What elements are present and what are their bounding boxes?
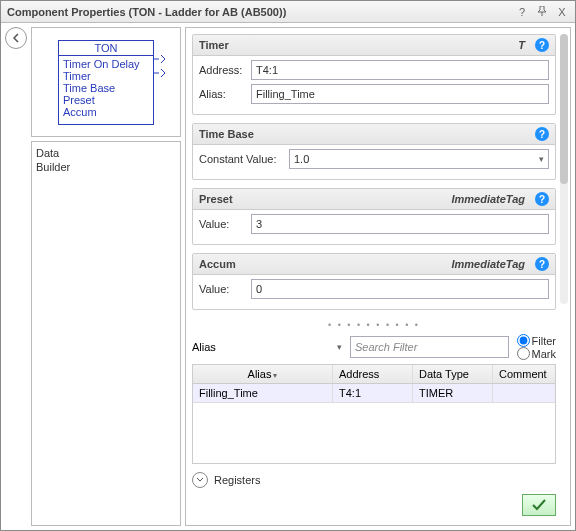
ton-line: Accum [63,106,149,118]
grid-body-empty [193,403,555,463]
window-title: Component Properties (TON - Ladder for A… [7,6,286,18]
address-input[interactable] [251,60,549,80]
radio-mark[interactable]: Mark [517,347,556,360]
registers-label: Registers [214,474,260,486]
component-properties-window: Component Properties (TON - Ladder for A… [0,0,576,531]
alias-grid: Alias▾ Address Data Type Comment Filling… [192,364,556,464]
value-label: Value: [199,283,251,295]
chevron-down-icon [196,476,204,484]
search-input[interactable]: Search Filter [350,336,509,358]
constant-value: 1.0 [294,153,309,165]
filter-bar: Alias ▾ Search Filter Filter Mark [192,334,556,360]
alias-input[interactable] [251,84,549,104]
chevron-down-icon: ▾ [337,342,342,352]
component-preview: TON Timer On Delay Timer Time Base Prese… [31,27,181,137]
preset-value-input[interactable] [251,214,549,234]
pin-button[interactable] [535,6,549,18]
chevron-down-icon: ▾ [539,154,544,164]
ton-block-title: TON [59,41,153,56]
titlebar: Component Properties (TON - Ladder for A… [1,1,575,23]
section-tag: T [518,39,525,51]
properties-panel: Timer T ? Address: Alias: [185,27,571,526]
help-button[interactable]: ? [515,6,529,18]
grid-header: Alias▾ Address Data Type Comment [193,365,555,384]
tree-item-data[interactable]: Data [36,146,176,160]
expand-icon[interactable] [192,472,208,488]
registers-row[interactable]: Registers [192,472,556,488]
filter-mode-select[interactable]: Alias ▾ [192,341,342,353]
ton-block: TON Timer On Delay Timer Time Base Prese… [58,40,154,125]
section-timebase: Time Base ? Constant Value: 1.0 ▾ [192,123,556,180]
cell-datatype: TIMER [413,384,493,402]
ton-line: Timer On Delay [63,58,149,70]
help-icon[interactable]: ? [535,192,549,206]
radio-mark-input[interactable] [517,347,530,360]
cell-comment [493,384,555,402]
pin-icon [537,6,547,16]
nav-tree[interactable]: Data Builder [31,141,181,526]
section-title: Time Base [199,128,254,140]
section-title: Preset [199,193,233,205]
cell-address: T4:1 [333,384,413,402]
ton-line: Timer [63,70,149,82]
section-title: Timer [199,39,229,51]
back-button[interactable] [5,27,27,49]
output-pin-dn [153,69,167,78]
constant-select[interactable]: 1.0 ▾ [289,149,549,169]
splitter-dots[interactable]: • • • • • • • • • • [192,320,556,330]
search-placeholder: Search Filter [355,341,417,353]
help-icon[interactable]: ? [535,257,549,271]
section-tag: ImmediateTag [451,193,525,205]
section-preset: Preset ImmediateTag ? Value: [192,188,556,245]
section-timer: Timer T ? Address: Alias: [192,34,556,115]
output-pin-en [153,55,167,64]
cell-alias: Filling_Time [193,384,333,402]
ton-line: Preset [63,94,149,106]
filter-mode-value: Alias [192,341,216,353]
section-title: Accum [199,258,236,270]
chevron-left-icon [11,33,21,43]
close-button[interactable]: X [555,6,569,18]
sort-desc-icon: ▾ [273,371,277,380]
value-label: Value: [199,218,251,230]
check-icon [531,499,547,511]
accum-value-input[interactable] [251,279,549,299]
alias-label: Alias: [199,88,251,100]
section-accum: Accum ImmediateTag ? Value: [192,253,556,310]
tree-item-builder[interactable]: Builder [36,160,176,174]
ton-line: Time Base [63,82,149,94]
radio-filter[interactable]: Filter [517,334,556,347]
scrollbar-track[interactable] [560,34,568,304]
col-address[interactable]: Address [333,365,413,383]
table-row[interactable]: Filling_Time T4:1 TIMER [193,384,555,403]
help-icon[interactable]: ? [535,38,549,52]
section-tag: ImmediateTag [451,258,525,270]
radio-filter-input[interactable] [517,334,530,347]
help-icon[interactable]: ? [535,127,549,141]
address-label: Address: [199,64,251,76]
col-comment[interactable]: Comment [493,365,555,383]
apply-button[interactable] [522,494,556,516]
col-datatype[interactable]: Data Type [413,365,493,383]
scrollbar-thumb[interactable] [560,34,568,184]
constant-label: Constant Value: [199,153,289,165]
col-alias[interactable]: Alias▾ [193,365,333,383]
